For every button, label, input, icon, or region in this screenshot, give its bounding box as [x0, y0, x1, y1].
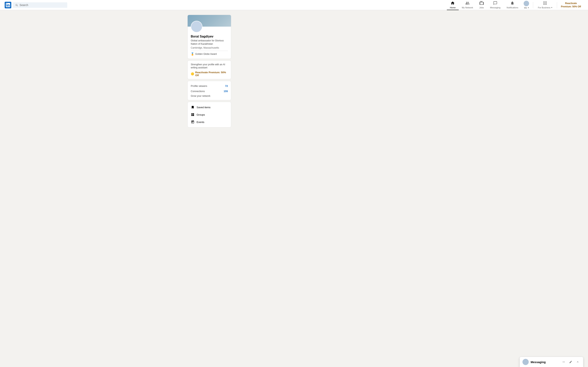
connections-row[interactable]: Connections 155	[191, 89, 228, 94]
nav-notifications[interactable]: Notifications	[504, 0, 521, 10]
search-input[interactable]	[20, 3, 65, 7]
messaging-compose-button[interactable]	[568, 359, 573, 365]
profile-award[interactable]: 🏅 Golden Globe Award	[191, 51, 228, 56]
home-icon	[451, 1, 455, 6]
ai-premium-cta[interactable]: 🟡 Reactivate Premium: 50% Off	[191, 71, 228, 77]
events-link[interactable]: Events	[188, 118, 231, 126]
nav-for-business-label: For Business	[538, 6, 550, 9]
nav-divider-2	[557, 2, 557, 8]
ai-card-text: Strengthen your profile with an AI writi…	[191, 63, 228, 70]
premium-discount-label: Premium: 50% Off	[561, 5, 581, 8]
profile-card: Borat Sagdiyev Global ambassador for Glo…	[187, 15, 231, 59]
me-avatar	[524, 1, 529, 6]
profile-card-body: Borat Sagdiyev Global ambassador for Glo…	[188, 34, 231, 59]
nav-home[interactable]: Home	[447, 0, 459, 10]
nav-jobs-label: Jobs	[479, 6, 484, 9]
events-icon	[191, 120, 195, 124]
profile-headline: Global ambassador for Glorious Nation of…	[191, 39, 228, 46]
award-label: Golden Globe Award	[195, 53, 217, 55]
profile-avatar	[191, 21, 202, 33]
premium-reactivate-label: Reactivate	[565, 2, 577, 5]
nav-me-label: Me	[524, 7, 527, 9]
grow-network-label[interactable]: Grow your network	[191, 94, 228, 98]
ai-premium-label: Reactivate Premium: 50% Off	[195, 71, 228, 77]
groups-label: Groups	[196, 113, 205, 116]
messaging-widget-title: Messaging	[531, 360, 559, 364]
messaging-widget-actions	[561, 359, 580, 365]
messaging-more-button[interactable]	[561, 359, 566, 365]
nav-messaging-label: Messaging	[490, 6, 500, 9]
ai-writing-card: Strengthen your profile with an AI writi…	[187, 60, 231, 79]
messaging-icon	[493, 1, 497, 6]
jobs-icon	[479, 1, 484, 6]
groups-link[interactable]: Groups	[188, 111, 231, 118]
grid-icon	[543, 1, 547, 6]
main-content: Borat Sagdiyev Global ambassador for Glo…	[184, 10, 404, 132]
for-business-chevron-icon: ▾	[551, 6, 552, 8]
messaging-collapse-button[interactable]	[575, 359, 580, 365]
nav-my-network[interactable]: My Network	[459, 0, 476, 10]
links-card: Saved items Groups Events	[187, 102, 231, 127]
nav-me[interactable]: Me ▾	[521, 0, 531, 10]
nav-jobs[interactable]: Jobs	[476, 0, 487, 10]
events-label: Events	[196, 121, 204, 124]
profile-viewers-row[interactable]: Profile viewers 72	[191, 83, 228, 89]
connections-label: Connections	[191, 90, 205, 93]
messaging-widget: Messaging	[520, 357, 583, 367]
stats-card: Profile viewers 72 Connections 155 Grow …	[187, 81, 231, 100]
nav-messaging[interactable]: Messaging	[487, 0, 503, 10]
connections-value: 155	[224, 90, 228, 93]
me-chevron-icon: ▾	[528, 7, 529, 9]
linkedin-logo[interactable]	[5, 2, 11, 8]
nav-my-network-label: My Network	[462, 6, 473, 9]
saved-items-link[interactable]: Saved items	[188, 104, 231, 111]
saved-items-icon	[191, 106, 195, 109]
main-nav: Home My Network Jobs	[447, 0, 583, 10]
messaging-widget-header[interactable]: Messaging	[520, 357, 583, 367]
sidebar: Borat Sagdiyev Global ambassador for Glo…	[187, 15, 231, 127]
nav-premium[interactable]: Reactivate Premium: 50% Off	[559, 2, 583, 8]
nav-notifications-label: Notifications	[507, 6, 518, 9]
profile-avatar-wrap	[188, 21, 231, 33]
groups-icon	[191, 113, 195, 116]
my-network-icon	[465, 1, 469, 6]
saved-items-label: Saved items	[196, 106, 211, 109]
profile-location: Cambridge, Massachusetts	[191, 46, 228, 49]
nav-divider	[533, 2, 533, 8]
notifications-icon	[510, 1, 514, 6]
profile-viewers-label: Profile viewers	[191, 84, 207, 87]
search-bar[interactable]	[13, 2, 67, 8]
premium-emoji: 🟡	[191, 72, 194, 75]
award-emoji: 🏅	[191, 52, 194, 56]
nav-for-business[interactable]: For Business ▾	[535, 0, 555, 10]
messaging-widget-avatar	[522, 359, 529, 365]
search-icon	[15, 3, 18, 7]
profile-viewers-value: 72	[225, 84, 228, 87]
nav-home-label: Home	[450, 6, 456, 9]
profile-name[interactable]: Borat Sagdiyev	[191, 35, 228, 38]
navbar: Home My Network Jobs	[0, 0, 588, 10]
